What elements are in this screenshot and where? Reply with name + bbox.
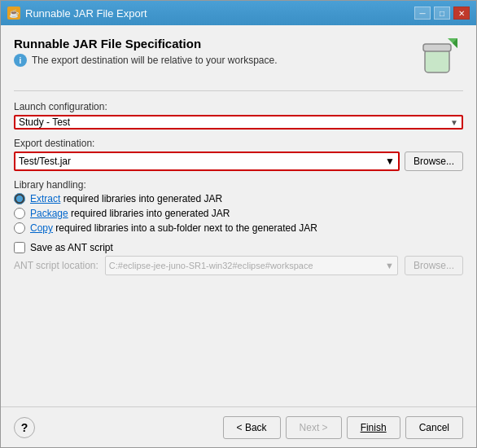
header-subtitle: i The export destination will be relativ… bbox=[14, 54, 414, 67]
radio-copy-label: Copy required libraries into a sub-folde… bbox=[30, 222, 317, 234]
launch-config-arrow: ▼ bbox=[450, 118, 458, 127]
jar-export-icon bbox=[417, 37, 462, 77]
radio-extract-label: Extract required libraries into generate… bbox=[30, 193, 222, 204]
svg-rect-0 bbox=[425, 50, 449, 72]
ant-location-label: ANT script location: bbox=[14, 260, 98, 271]
title-bar-controls: ─ □ ✕ bbox=[414, 7, 470, 20]
radio-group: Extract required libraries into generate… bbox=[14, 193, 463, 234]
export-browse-button[interactable]: Browse... bbox=[405, 152, 463, 171]
window-title: Runnable JAR File Export bbox=[25, 7, 147, 20]
subtitle-text: The export destination will be relative … bbox=[32, 55, 277, 66]
launch-config-group: Launch configuration: Study - Test ▼ bbox=[14, 101, 463, 130]
export-dest-label: Export destination: bbox=[14, 138, 463, 149]
ant-checkbox-row[interactable]: Save as ANT script bbox=[14, 242, 463, 253]
launch-config-select[interactable]: Study - Test ▼ bbox=[14, 115, 463, 130]
maximize-button[interactable]: □ bbox=[434, 7, 450, 20]
radio-package[interactable]: Package required libraries into generate… bbox=[14, 208, 463, 219]
window-icon: ☕ bbox=[7, 7, 20, 20]
export-dest-select[interactable]: Test/Test.jar ▼ bbox=[14, 152, 400, 171]
radio-extract[interactable]: Extract required libraries into generate… bbox=[14, 193, 463, 204]
cancel-button[interactable]: Cancel bbox=[405, 416, 463, 439]
radio-copy[interactable]: Copy required libraries into a sub-folde… bbox=[14, 222, 463, 234]
library-handling-group: Library handling: Extract required libra… bbox=[14, 179, 463, 234]
radio-package-label: Package required libraries into generate… bbox=[30, 208, 230, 219]
launch-config-label: Launch configuration: bbox=[14, 101, 463, 112]
footer-buttons: < Back Next > Finish Cancel bbox=[223, 416, 463, 439]
ant-group: Save as ANT script ANT script location: … bbox=[14, 242, 463, 275]
dialog-footer: ? < Back Next > Finish Cancel bbox=[1, 406, 476, 447]
export-dest-value: Test/Test.jar bbox=[19, 156, 71, 167]
ant-checkbox-label: Save as ANT script bbox=[30, 242, 113, 253]
ant-location-arrow: ▼ bbox=[385, 261, 394, 270]
header-divider bbox=[14, 90, 463, 91]
close-button[interactable]: ✕ bbox=[453, 7, 470, 20]
back-button[interactable]: < Back bbox=[223, 416, 281, 439]
title-bar: ☕ Runnable JAR File Export ─ □ ✕ bbox=[1, 1, 476, 25]
ant-location-value: C:#eclipse-jee-juno-SR1-win32#eclipse#wo… bbox=[109, 261, 313, 270]
header-logo bbox=[414, 37, 463, 77]
ant-location-row: ANT script location: C:#eclipse-jee-juno… bbox=[14, 256, 463, 275]
dialog-title: Runnable JAR File Specification bbox=[14, 37, 414, 51]
launch-config-value: Study - Test bbox=[19, 116, 70, 128]
radio-package-input[interactable] bbox=[14, 208, 25, 219]
content-spacer bbox=[14, 283, 463, 395]
ant-location-select: C:#eclipse-jee-juno-SR1-win32#eclipse#wo… bbox=[105, 256, 398, 275]
ant-checkbox[interactable] bbox=[14, 242, 25, 253]
ant-browse-button: Browse... bbox=[405, 256, 463, 275]
header-text: Runnable JAR File Specification i The ex… bbox=[14, 37, 414, 67]
title-bar-left: ☕ Runnable JAR File Export bbox=[7, 7, 147, 20]
help-button[interactable]: ? bbox=[14, 417, 35, 438]
library-handling-label: Library handling: bbox=[14, 179, 463, 191]
finish-button[interactable]: Finish bbox=[347, 416, 400, 439]
export-dest-group: Export destination: Test/Test.jar ▼ Brow… bbox=[14, 138, 463, 171]
radio-extract-input[interactable] bbox=[14, 193, 25, 204]
radio-package-prefix: Package bbox=[30, 208, 68, 219]
main-window: ☕ Runnable JAR File Export ─ □ ✕ Runnabl… bbox=[0, 0, 477, 448]
info-icon: i bbox=[14, 54, 27, 67]
export-dest-row: Test/Test.jar ▼ Browse... bbox=[14, 152, 463, 171]
svg-rect-1 bbox=[423, 44, 451, 51]
radio-copy-input[interactable] bbox=[14, 222, 25, 234]
minimize-button[interactable]: ─ bbox=[414, 7, 431, 20]
radio-extract-prefix: Extract bbox=[30, 193, 60, 204]
next-button[interactable]: Next > bbox=[286, 416, 342, 439]
header-section: Runnable JAR File Specification i The ex… bbox=[14, 37, 463, 77]
radio-copy-prefix: Copy bbox=[30, 222, 53, 234]
footer-left: ? bbox=[14, 417, 223, 438]
export-dest-arrow: ▼ bbox=[385, 156, 395, 167]
dialog-content: Runnable JAR File Specification i The ex… bbox=[1, 25, 476, 406]
